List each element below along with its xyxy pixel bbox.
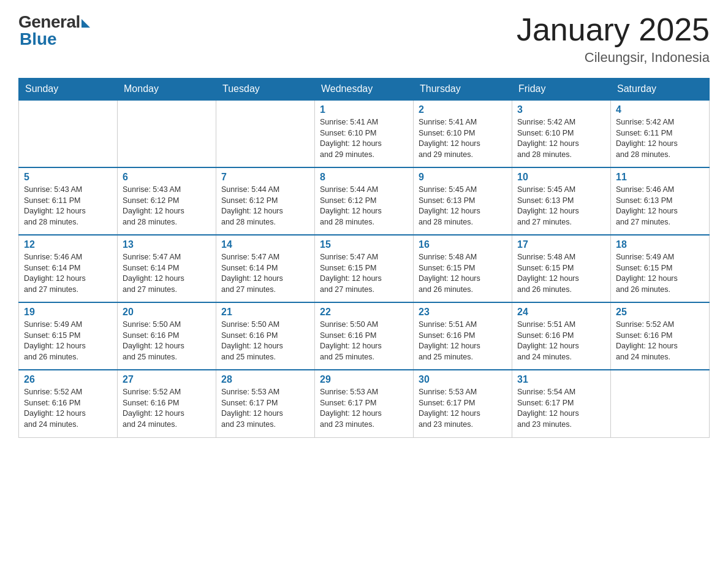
- day-info: Sunrise: 5:49 AM Sunset: 6:15 PM Dayligh…: [24, 320, 112, 362]
- day-info: Sunrise: 5:54 AM Sunset: 6:17 PM Dayligh…: [517, 387, 605, 430]
- day-number: 27: [123, 374, 211, 385]
- calendar-cell: 30Sunrise: 5:53 AM Sunset: 6:17 PM Dayli…: [414, 370, 512, 437]
- day-number: 1: [320, 104, 408, 115]
- day-number: 2: [419, 104, 507, 115]
- calendar-cell: 29Sunrise: 5:53 AM Sunset: 6:17 PM Dayli…: [315, 370, 414, 437]
- calendar-cell: 3Sunrise: 5:42 AM Sunset: 6:10 PM Daylig…: [512, 100, 611, 167]
- day-number: 16: [419, 239, 507, 250]
- weekday-header-friday: Friday: [512, 79, 611, 101]
- weekday-header-sunday: Sunday: [19, 79, 118, 101]
- logo-arrow-icon: [82, 19, 90, 28]
- day-info: Sunrise: 5:47 AM Sunset: 6:15 PM Dayligh…: [320, 252, 408, 295]
- day-number: 26: [24, 374, 112, 385]
- calendar-cell: 10Sunrise: 5:45 AM Sunset: 6:13 PM Dayli…: [512, 167, 611, 235]
- logo: General Blue: [18, 12, 90, 49]
- weekday-header-wednesday: Wednesday: [315, 79, 414, 101]
- day-info: Sunrise: 5:52 AM Sunset: 6:16 PM Dayligh…: [616, 320, 704, 362]
- calendar-cell: 8Sunrise: 5:44 AM Sunset: 6:12 PM Daylig…: [315, 167, 414, 235]
- day-number: 6: [123, 172, 211, 183]
- location-text: Cileungsir, Indonesia: [517, 50, 710, 66]
- day-info: Sunrise: 5:47 AM Sunset: 6:14 PM Dayligh…: [221, 252, 309, 295]
- calendar-cell: 18Sunrise: 5:49 AM Sunset: 6:15 PM Dayli…: [611, 235, 710, 302]
- day-number: 18: [616, 239, 704, 250]
- calendar-cell: 24Sunrise: 5:51 AM Sunset: 6:16 PM Dayli…: [512, 302, 611, 370]
- day-number: 11: [616, 172, 704, 183]
- calendar-cell: 6Sunrise: 5:43 AM Sunset: 6:12 PM Daylig…: [118, 167, 216, 235]
- week-row-5: 26Sunrise: 5:52 AM Sunset: 6:16 PM Dayli…: [19, 370, 710, 437]
- day-info: Sunrise: 5:53 AM Sunset: 6:17 PM Dayligh…: [221, 387, 309, 430]
- calendar-cell: 26Sunrise: 5:52 AM Sunset: 6:16 PM Dayli…: [19, 370, 118, 437]
- day-number: 19: [24, 307, 112, 318]
- calendar-cell: 4Sunrise: 5:42 AM Sunset: 6:11 PM Daylig…: [611, 100, 710, 167]
- calendar-cell: 5Sunrise: 5:43 AM Sunset: 6:11 PM Daylig…: [19, 167, 118, 235]
- weekday-header-saturday: Saturday: [611, 79, 710, 101]
- weekday-header-thursday: Thursday: [414, 79, 512, 101]
- calendar-cell: 27Sunrise: 5:52 AM Sunset: 6:16 PM Dayli…: [118, 370, 216, 437]
- day-info: Sunrise: 5:52 AM Sunset: 6:16 PM Dayligh…: [24, 387, 112, 430]
- calendar-cell: 15Sunrise: 5:47 AM Sunset: 6:15 PM Dayli…: [315, 235, 414, 302]
- weekday-header-monday: Monday: [118, 79, 216, 101]
- calendar-cell: 31Sunrise: 5:54 AM Sunset: 6:17 PM Dayli…: [512, 370, 611, 437]
- day-info: Sunrise: 5:42 AM Sunset: 6:11 PM Dayligh…: [616, 117, 704, 160]
- day-info: Sunrise: 5:42 AM Sunset: 6:10 PM Dayligh…: [517, 117, 605, 160]
- calendar-cell: 21Sunrise: 5:50 AM Sunset: 6:16 PM Dayli…: [216, 302, 315, 370]
- day-info: Sunrise: 5:53 AM Sunset: 6:17 PM Dayligh…: [419, 387, 507, 430]
- day-number: 22: [320, 307, 408, 318]
- calendar-cell: [216, 100, 315, 167]
- day-info: Sunrise: 5:43 AM Sunset: 6:11 PM Dayligh…: [24, 185, 112, 228]
- day-info: Sunrise: 5:43 AM Sunset: 6:12 PM Dayligh…: [123, 185, 211, 228]
- calendar-cell: 19Sunrise: 5:49 AM Sunset: 6:15 PM Dayli…: [19, 302, 118, 370]
- calendar-table: SundayMondayTuesdayWednesdayThursdayFrid…: [18, 78, 710, 438]
- calendar-cell: 22Sunrise: 5:50 AM Sunset: 6:16 PM Dayli…: [315, 302, 414, 370]
- day-number: 23: [419, 307, 507, 318]
- day-number: 9: [419, 172, 507, 183]
- day-number: 24: [517, 307, 605, 318]
- calendar-cell: 25Sunrise: 5:52 AM Sunset: 6:16 PM Dayli…: [611, 302, 710, 370]
- day-number: 15: [320, 239, 408, 250]
- day-info: Sunrise: 5:45 AM Sunset: 6:13 PM Dayligh…: [517, 185, 605, 228]
- calendar-cell: 7Sunrise: 5:44 AM Sunset: 6:12 PM Daylig…: [216, 167, 315, 235]
- day-info: Sunrise: 5:46 AM Sunset: 6:13 PM Dayligh…: [616, 185, 704, 228]
- day-number: 28: [221, 374, 309, 385]
- day-number: 5: [24, 172, 112, 183]
- calendar-cell: 14Sunrise: 5:47 AM Sunset: 6:14 PM Dayli…: [216, 235, 315, 302]
- day-info: Sunrise: 5:50 AM Sunset: 6:16 PM Dayligh…: [320, 320, 408, 362]
- day-number: 17: [517, 239, 605, 250]
- calendar-cell: 13Sunrise: 5:47 AM Sunset: 6:14 PM Dayli…: [118, 235, 216, 302]
- calendar-cell: 20Sunrise: 5:50 AM Sunset: 6:16 PM Dayli…: [118, 302, 216, 370]
- day-info: Sunrise: 5:51 AM Sunset: 6:16 PM Dayligh…: [419, 320, 507, 362]
- weekday-header-tuesday: Tuesday: [216, 79, 315, 101]
- calendar-cell: 2Sunrise: 5:41 AM Sunset: 6:10 PM Daylig…: [414, 100, 512, 167]
- week-row-4: 19Sunrise: 5:49 AM Sunset: 6:15 PM Dayli…: [19, 302, 710, 370]
- day-number: 30: [419, 374, 507, 385]
- day-info: Sunrise: 5:52 AM Sunset: 6:16 PM Dayligh…: [123, 387, 211, 430]
- day-info: Sunrise: 5:48 AM Sunset: 6:15 PM Dayligh…: [419, 252, 507, 295]
- day-info: Sunrise: 5:51 AM Sunset: 6:16 PM Dayligh…: [517, 320, 605, 362]
- day-info: Sunrise: 5:41 AM Sunset: 6:10 PM Dayligh…: [419, 117, 507, 160]
- day-number: 3: [517, 104, 605, 115]
- calendar-cell: [611, 370, 710, 437]
- week-row-1: 1Sunrise: 5:41 AM Sunset: 6:10 PM Daylig…: [19, 100, 710, 167]
- day-info: Sunrise: 5:44 AM Sunset: 6:12 PM Dayligh…: [221, 185, 309, 228]
- calendar-cell: 12Sunrise: 5:46 AM Sunset: 6:14 PM Dayli…: [19, 235, 118, 302]
- day-number: 13: [123, 239, 211, 250]
- calendar-cell: 9Sunrise: 5:45 AM Sunset: 6:13 PM Daylig…: [414, 167, 512, 235]
- day-number: 20: [123, 307, 211, 318]
- week-row-2: 5Sunrise: 5:43 AM Sunset: 6:11 PM Daylig…: [19, 167, 710, 235]
- day-number: 12: [24, 239, 112, 250]
- calendar-cell: 16Sunrise: 5:48 AM Sunset: 6:15 PM Dayli…: [414, 235, 512, 302]
- calendar-cell: 17Sunrise: 5:48 AM Sunset: 6:15 PM Dayli…: [512, 235, 611, 302]
- day-number: 7: [221, 172, 309, 183]
- day-number: 29: [320, 374, 408, 385]
- day-info: Sunrise: 5:49 AM Sunset: 6:15 PM Dayligh…: [616, 252, 704, 295]
- day-info: Sunrise: 5:53 AM Sunset: 6:17 PM Dayligh…: [320, 387, 408, 430]
- day-number: 21: [221, 307, 309, 318]
- logo-blue-text: Blue: [20, 29, 57, 49]
- calendar-cell: [118, 100, 216, 167]
- calendar-cell: 23Sunrise: 5:51 AM Sunset: 6:16 PM Dayli…: [414, 302, 512, 370]
- day-info: Sunrise: 5:50 AM Sunset: 6:16 PM Dayligh…: [123, 320, 211, 362]
- calendar-cell: [19, 100, 118, 167]
- day-info: Sunrise: 5:48 AM Sunset: 6:15 PM Dayligh…: [517, 252, 605, 295]
- day-number: 25: [616, 307, 704, 318]
- day-number: 14: [221, 239, 309, 250]
